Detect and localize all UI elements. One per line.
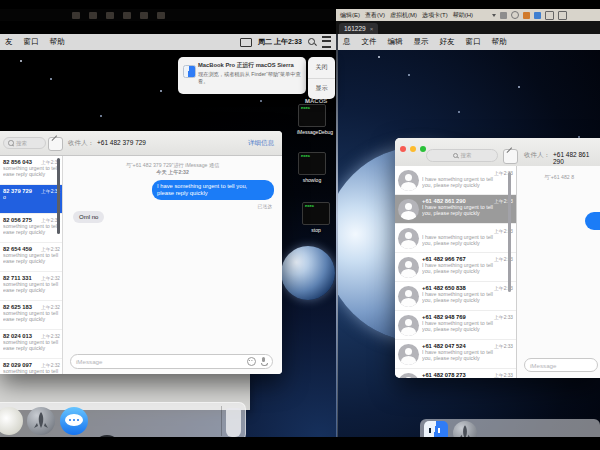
conversation-list-item[interactable]: 82 856 043上午2:32 something urgent to tel… (0, 156, 62, 185)
stars (378, 56, 380, 58)
notification-close-button[interactable]: 关闭 (308, 57, 335, 79)
menu-item[interactable]: 好友 (440, 37, 455, 47)
vm-host-menu-item[interactable]: 选项卡(T) (422, 11, 448, 20)
dock-app-icon[interactable] (0, 407, 23, 435)
notification-show-button[interactable]: 显示 (308, 79, 335, 100)
vm-pause-icon[interactable] (481, 12, 488, 19)
screen: 编辑(E)查看(V)虚拟机(M)选项卡(T)帮助(H) 161229 × 友窗口… (0, 0, 600, 450)
vm-snapshot-icon[interactable] (523, 12, 530, 19)
menu-item[interactable]: 帮助 (492, 37, 507, 47)
menubar-clock[interactable]: 周二 上午2:33 (258, 37, 302, 47)
launchpad-icon[interactable] (27, 407, 55, 435)
desktop-icon-showlog[interactable]: exec showlog (297, 152, 327, 183)
avatar (398, 257, 419, 278)
conversation-preview: o (3, 194, 60, 200)
conversation-time: 上午2:33 (494, 372, 513, 378)
search-icon (8, 140, 14, 146)
incoming-message-bubble: Oml no (73, 211, 104, 223)
trash-icon[interactable] (226, 408, 241, 437)
vm-status-icon[interactable] (240, 38, 252, 47)
message-input[interactable]: iMessage (524, 358, 598, 372)
compose-button[interactable] (48, 137, 63, 151)
conversation-preview: you, please reply quickly (422, 268, 513, 274)
conversation-list-item[interactable]: 上午2:33 I have something urgent to tell y… (395, 224, 516, 253)
avatar (398, 170, 419, 191)
menu-item[interactable]: 文件 (362, 37, 377, 47)
spotlight-search-icon[interactable] (308, 38, 316, 46)
minimize-icon[interactable] (410, 146, 416, 152)
menu-item[interactable]: 显示 (414, 37, 429, 47)
vm-host-menu-item[interactable]: 编辑(E) (340, 11, 360, 20)
conversation-list-item[interactable]: +61 482 650 838上午2:33 I have something u… (395, 282, 516, 311)
compose-button[interactable] (503, 149, 518, 164)
conversation-list-item[interactable]: 82 711 331上午2:32 something urgent to tel… (0, 272, 62, 301)
emoji-icon[interactable] (247, 357, 256, 366)
conversation-list-item[interactable]: +61 482 078 273上午2:33 I have something u… (395, 369, 516, 378)
vm-tab-close-icon[interactable]: × (370, 26, 374, 32)
chevron-down-icon[interactable] (492, 14, 496, 17)
conversation-list-item[interactable]: 82 029 097上午2:32 something urgent to tel… (0, 359, 62, 374)
vm-tool-icon[interactable] (500, 12, 507, 19)
recipient-number: +61 482 379 729 (97, 139, 146, 146)
right-dock (420, 419, 600, 439)
conversation-list-item[interactable]: 82 379 729上午2:32 o (0, 185, 62, 214)
details-link[interactable]: 详细信息 (248, 139, 274, 148)
messages-app-icon[interactable] (60, 407, 88, 435)
conversation-list-item[interactable]: 82 056 275上午2:32 something urgent to tel… (0, 214, 62, 243)
desktop-icon-imessagedebug[interactable]: exec iMessageDebug (297, 104, 327, 135)
conversation-list-item[interactable]: +61 482 861 290上午2:33 I have something u… (395, 195, 516, 224)
notification-buttons: 关闭 显示 (308, 57, 335, 99)
script-glyph: exec (299, 105, 325, 110)
vm-tab[interactable]: 161229 × (339, 23, 378, 34)
conversation-preview: something urgent to tell (3, 339, 60, 345)
vm-host-menu-item[interactable]: 虚拟机(M) (390, 11, 417, 20)
conversation-list-item[interactable]: 上午2:33 I have something urgent to tell y… (395, 166, 516, 195)
microphone-icon[interactable] (260, 357, 267, 366)
conversation-preview: something urgent to tell (3, 368, 60, 374)
close-icon[interactable] (400, 146, 406, 152)
search-placeholder: 搜索 (461, 152, 472, 159)
desktop-icon-label: iMessageDebug (297, 129, 327, 135)
notification-center-icon[interactable] (322, 36, 331, 48)
sidebar-scrollbar[interactable] (508, 172, 511, 292)
outgoing-message-bubble (585, 212, 600, 230)
left-menu-items: 友窗口帮助 (0, 37, 65, 47)
search-input[interactable]: 搜索 (426, 149, 498, 162)
outgoing-message-bubble: I have something urgent to tell you, ple… (152, 180, 274, 200)
menu-item[interactable]: 窗口 (24, 37, 39, 47)
conversation-list-item[interactable]: 82 625 183上午2:32 something urgent to tel… (0, 301, 62, 330)
menu-item[interactable]: 帮助 (50, 37, 65, 47)
conversation-list-item[interactable]: +61 482 966 767上午2:33 I have something u… (395, 253, 516, 282)
conversation-list-item[interactable]: +61 482 047 524上午2:33 I have something u… (395, 340, 516, 369)
vm-host-menu-item[interactable]: 帮助(H) (453, 11, 473, 20)
to-label: 收件人： (524, 151, 550, 160)
menu-item[interactable]: 友 (5, 37, 13, 47)
script-glyph: exec (303, 203, 329, 208)
avatar (398, 286, 419, 307)
zoom-icon[interactable] (420, 146, 426, 152)
script-icon: exec (298, 104, 326, 127)
sidebar-scrollbar[interactable] (57, 158, 60, 234)
menu-item[interactable]: 息 (343, 37, 351, 47)
conversation-preview: you, please reply quickly (422, 355, 513, 361)
desktop-icon-stop[interactable]: exec stop (301, 202, 331, 233)
vm-clock-icon[interactable] (511, 11, 519, 19)
conversation-time: 上午2:33 (494, 343, 513, 349)
message-input-placeholder: iMessage (530, 362, 556, 369)
conversation-number: 82 711 331 (3, 275, 32, 281)
conversation-list-item[interactable]: 82 024 013上午2:32 something urgent to tel… (0, 330, 62, 359)
menu-item[interactable]: 窗口 (466, 37, 481, 47)
conversation-list-item[interactable]: 82 654 459上午2:32 something urgent to tel… (0, 243, 62, 272)
vm-settings-icon[interactable] (534, 12, 541, 19)
vm-fullscreen-icon[interactable] (545, 11, 554, 20)
search-input[interactable]: 搜索 (3, 137, 46, 149)
notification-banner[interactable]: MacBook Pro 正运行 macOS Sierra 现在浏览，或者稍后从 … (178, 57, 306, 94)
conversation-list: 82 856 043上午2:32 something urgent to tel… (0, 156, 63, 374)
conversation-preview: you, please reply quickly (422, 182, 513, 188)
vm-host-menu-item[interactable]: 查看(V) (365, 11, 385, 20)
vm-console-icon[interactable] (558, 11, 567, 20)
menu-item[interactable]: 编辑 (388, 37, 403, 47)
conversation-list-item[interactable]: +61 482 948 769上午2:33 I have something u… (395, 311, 516, 340)
message-input-placeholder: iMessage (76, 358, 102, 365)
message-input[interactable]: iMessage (70, 354, 273, 369)
